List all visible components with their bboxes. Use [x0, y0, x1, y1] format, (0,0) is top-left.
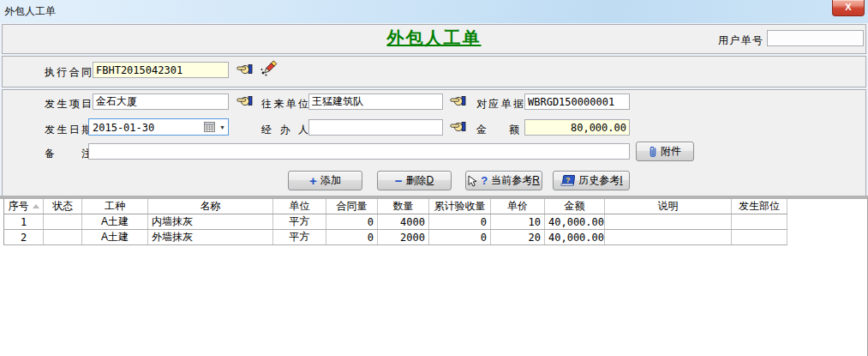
- pointing-hand-icon: [236, 63, 253, 75]
- edit-pencil-icon: [260, 58, 278, 77]
- column-header[interactable]: 发生部位: [732, 199, 787, 214]
- grid-header-row: 序号状态工种名称单位合同量数量累计验收量单价金额说明发生部位: [4, 199, 787, 214]
- plus-icon: +: [309, 174, 317, 187]
- column-header[interactable]: 单位: [273, 199, 326, 214]
- window-titlebar: 外包人工单 X: [0, 0, 868, 23]
- column-header[interactable]: 金额: [545, 199, 605, 214]
- question-icon: ?: [481, 175, 488, 186]
- table-cell[interactable]: 0: [429, 230, 491, 245]
- column-header[interactable]: 工种: [82, 199, 148, 214]
- table-row: 2A土建外墙抹灰平方0200002040,000.00: [4, 230, 787, 245]
- table-cell[interactable]: [44, 214, 82, 230]
- project-input[interactable]: [93, 94, 229, 110]
- pointing-hand-icon: [236, 94, 253, 107]
- table-cell[interactable]: 外墙抹灰: [148, 230, 273, 245]
- counterparty-label: 往来单位: [261, 97, 308, 112]
- handler-lookup-button[interactable]: [450, 120, 466, 133]
- column-header[interactable]: 单价: [491, 199, 545, 214]
- attachment-button[interactable]: 附件: [636, 142, 694, 161]
- contract-input[interactable]: [93, 62, 229, 78]
- detail-grid: 序号状态工种名称单位合同量数量累计验收量单价金额说明发生部位 1A土建内墙抹灰平…: [3, 199, 787, 245]
- svg-text:?: ?: [566, 176, 571, 184]
- add-button[interactable]: + 添加: [288, 171, 362, 190]
- table-cell[interactable]: [44, 230, 82, 245]
- close-button[interactable]: X: [832, 0, 865, 16]
- detail-grid-area: 序号状态工种名称单位合同量数量累计验收量单价金额说明发生部位 1A土建内墙抹灰平…: [0, 196, 868, 356]
- table-cell[interactable]: 10: [491, 214, 545, 230]
- counterparty-input[interactable]: [308, 94, 443, 110]
- attachment-label: 附件: [661, 144, 681, 159]
- minus-icon: −: [395, 174, 403, 187]
- delete-button[interactable]: − 删除D: [377, 171, 452, 190]
- amount-label: 金额: [476, 123, 519, 137]
- table-cell[interactable]: 4000: [378, 214, 429, 230]
- amount-input[interactable]: [524, 119, 630, 136]
- sort-ascending-icon: [33, 204, 39, 208]
- column-header[interactable]: 数量: [378, 199, 429, 214]
- date-input[interactable]: 2015-01-30 ▼: [88, 118, 229, 136]
- handler-input[interactable]: [308, 119, 443, 136]
- table-cell[interactable]: [605, 230, 732, 245]
- table-cell[interactable]: 2: [4, 230, 44, 245]
- current-reference-button[interactable]: ? 当前参考R: [465, 171, 542, 190]
- date-value: 2015-01-30: [93, 122, 154, 134]
- table-cell[interactable]: 内墙抹灰: [148, 214, 273, 230]
- project-lookup-button[interactable]: [236, 94, 253, 107]
- refdoc-label: 对应单据: [476, 97, 524, 112]
- table-cell[interactable]: 1: [4, 214, 44, 230]
- cursor-icon: [468, 175, 477, 187]
- table-cell[interactable]: 平方: [273, 230, 326, 245]
- user-order-input[interactable]: [767, 30, 864, 46]
- contract-edit-button[interactable]: [260, 58, 278, 77]
- table-cell[interactable]: 0: [326, 230, 378, 245]
- table-cell[interactable]: 平方: [273, 214, 326, 230]
- calendar-icon[interactable]: [204, 122, 215, 132]
- column-header[interactable]: 名称: [148, 199, 273, 214]
- contract-lookup-button[interactable]: [236, 63, 253, 75]
- table-cell[interactable]: 40,000.00: [545, 230, 605, 245]
- column-header[interactable]: 状态: [44, 199, 82, 214]
- table-cell[interactable]: A土建: [82, 230, 148, 245]
- remark-input[interactable]: [88, 143, 630, 160]
- date-label: 发生日期: [45, 123, 92, 137]
- table-cell[interactable]: 0: [429, 214, 491, 230]
- pointing-hand-icon: [450, 94, 466, 107]
- dropdown-arrow-icon[interactable]: ▼: [219, 124, 225, 130]
- paperclip-icon: [649, 145, 657, 158]
- book-icon: ?: [560, 174, 575, 187]
- table-row: 1A土建内墙抹灰平方0400001040,000.00: [4, 214, 787, 230]
- table-cell[interactable]: 20: [491, 230, 545, 245]
- table-cell[interactable]: A土建: [82, 214, 148, 230]
- handler-label: 经办人: [261, 123, 308, 137]
- contract-label: 执行合同: [45, 65, 92, 80]
- table-cell[interactable]: [732, 214, 787, 230]
- table-cell[interactable]: [605, 214, 732, 230]
- table-cell[interactable]: 40,000.00: [545, 214, 605, 230]
- counterparty-lookup-button[interactable]: [450, 94, 466, 107]
- table-cell[interactable]: 0: [326, 214, 378, 230]
- column-header[interactable]: 序号: [4, 199, 44, 214]
- outsourced-labor-order-window: 外包人工单 X 外包人工单 用户单号 执行合同 发生项: [0, 0, 868, 356]
- column-header[interactable]: 说明: [605, 199, 732, 214]
- table-cell[interactable]: [732, 230, 787, 245]
- remark-label: 备注: [45, 147, 92, 161]
- table-cell[interactable]: 2000: [378, 230, 429, 245]
- column-header[interactable]: 累计验收量: [429, 199, 491, 214]
- column-header[interactable]: 合同量: [326, 199, 378, 214]
- user-order-label: 用户单号: [718, 33, 763, 48]
- history-reference-button[interactable]: ? 历史参考I: [553, 171, 630, 190]
- window-title: 外包人工单: [4, 4, 56, 19]
- close-icon: X: [845, 2, 851, 12]
- pointing-hand-icon: [450, 120, 466, 133]
- refdoc-input[interactable]: [524, 94, 630, 110]
- project-label: 发生项目: [45, 97, 92, 112]
